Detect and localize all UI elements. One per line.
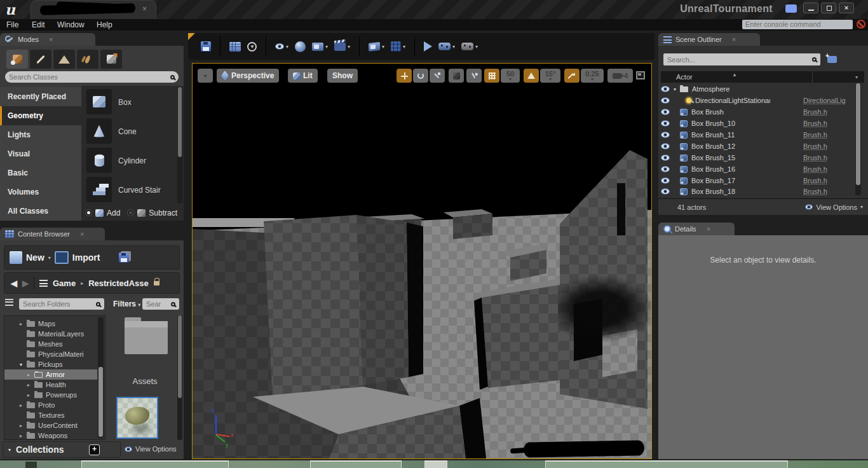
item-curved-stair-tile[interactable] <box>86 177 112 202</box>
build-button[interactable]: ▾ <box>369 43 384 51</box>
camera-mode-button[interactable]: Perspective <box>217 69 279 83</box>
outliner-row-boxbrush12[interactable]: Box Brush_12 Brush.h <box>661 141 854 152</box>
grid-snap-value-button[interactable]: 50▾ <box>501 69 520 83</box>
search-classes-input[interactable]: Search Classes <box>5 71 179 83</box>
subtract-radio[interactable] <box>127 209 134 216</box>
outliner-row-boxbrush10[interactable]: Box Brush_10 Brush.h <box>661 118 854 129</box>
outliner-search-input[interactable]: Search... <box>663 53 820 65</box>
scale-snap-toggle[interactable] <box>564 69 580 83</box>
scene-3d[interactable]: z x y <box>193 88 651 458</box>
actor-type-link[interactable]: Brush.h <box>803 120 827 127</box>
visibility-eye-icon[interactable] <box>661 109 670 115</box>
tree-collapse-icon[interactable] <box>5 299 15 308</box>
save-all-icon[interactable] <box>119 252 129 263</box>
tab-content-browser-close-icon[interactable]: × <box>80 230 84 238</box>
search-folders-input[interactable]: Search Folders <box>19 298 104 310</box>
lock-icon[interactable] <box>154 281 159 286</box>
actor-type-link[interactable]: DirectionalLig <box>803 97 846 104</box>
folder-row-health[interactable]: ▸Health <box>4 380 105 390</box>
outliner-row-boxbrush15[interactable]: Box Brush_15 Brush.h <box>661 152 854 163</box>
sources-toggle-icon[interactable] <box>39 280 48 287</box>
forward-button[interactable]: ▶ <box>22 279 29 288</box>
outliner-row-boxbrush17[interactable]: Box Brush_17 Brush.h <box>661 175 854 186</box>
world-button[interactable] <box>295 41 306 52</box>
visibility-eye-icon[interactable] <box>661 155 670 161</box>
visibility-eye-icon[interactable] <box>661 188 670 195</box>
viewport-options-button[interactable]: ▾ <box>198 69 213 83</box>
outliner-row-atmosphere[interactable]: ▾ Atmosphere <box>661 83 854 95</box>
outliner-row-directionallight[interactable]: DirectionalLightStationary DirectionalLi… <box>661 95 854 106</box>
actor-type-link[interactable]: Brush.h <box>803 177 827 184</box>
content-browser-button[interactable] <box>229 42 241 52</box>
folder-row-proto[interactable]: ▸Proto <box>4 400 105 410</box>
menu-window[interactable]: Window <box>57 20 85 29</box>
folder-row-powerups[interactable]: ▸Powerups <box>4 390 105 400</box>
category-lights[interactable]: Lights <box>0 125 81 144</box>
tab-details-close-icon[interactable]: × <box>707 225 710 233</box>
tree-scrollbar[interactable] <box>98 317 104 438</box>
maximize-viewport-icon[interactable] <box>636 71 645 79</box>
visibility-eye-icon[interactable] <box>661 97 670 104</box>
surface-snap-button[interactable] <box>449 69 464 83</box>
menu-edit[interactable]: Edit <box>32 20 45 29</box>
current-folder-icon[interactable] <box>125 321 168 354</box>
lighting-quality-button[interactable]: ▾ <box>391 41 405 52</box>
tab-modes-close-icon[interactable]: × <box>49 36 53 43</box>
rotation-snap-toggle[interactable] <box>524 69 539 83</box>
tab-close-icon[interactable]: × <box>142 5 147 13</box>
create-folder-icon[interactable] <box>827 56 837 63</box>
visibility-eye-icon[interactable] <box>661 166 670 172</box>
rotation-snap-value-button[interactable]: 15°▾ <box>540 69 560 83</box>
scale-tool-button[interactable] <box>430 69 445 83</box>
settings-button[interactable]: ▾ <box>275 43 288 50</box>
info-column-caret-icon[interactable]: ▾ <box>855 74 858 80</box>
tab-modes[interactable]: Modes × <box>0 33 95 46</box>
tab-details[interactable]: Details × <box>658 223 735 235</box>
item-cone-tile[interactable] <box>86 118 112 144</box>
outliner-row-boxbrush16[interactable]: Box Brush_16 Brush.h <box>661 163 854 175</box>
actor-type-link[interactable]: Brush.h <box>803 188 827 195</box>
feedback-bubble-icon[interactable] <box>785 4 797 13</box>
category-volumes[interactable]: Volumes <box>0 182 81 202</box>
folder-row-textures[interactable]: Textures <box>4 410 105 420</box>
foliage-mode-button[interactable] <box>77 50 98 69</box>
marketplace-button[interactable] <box>247 42 257 52</box>
folder-row-armor[interactable]: ▸Armor <box>4 369 97 380</box>
actor-type-link[interactable]: Brush.h <box>803 131 827 139</box>
actor-type-link[interactable]: Brush.h <box>803 154 827 162</box>
grid-snap-toggle[interactable] <box>484 69 499 83</box>
add-radio[interactable] <box>85 209 92 216</box>
paint-mode-button[interactable] <box>30 50 51 69</box>
item-box-tile[interactable] <box>86 89 112 114</box>
collections-bar[interactable]: ▾ Collections <box>3 441 121 458</box>
view-mode-button[interactable]: Lit <box>288 69 318 83</box>
cinematics-button[interactable]: ▾ <box>334 43 350 51</box>
tab-scene-outliner[interactable]: Scene Outliner × <box>658 33 760 46</box>
scale-snap-value-button[interactable]: 0.25▾ <box>581 69 604 83</box>
blueprints-button[interactable]: ▾ <box>312 43 328 51</box>
folder-row-weapons[interactable]: ▸Weapons <box>4 430 105 440</box>
outliner-scrollbar[interactable] <box>855 83 861 195</box>
rotate-tool-button[interactable] <box>413 69 428 83</box>
close-button[interactable]: × <box>839 3 854 13</box>
minimize-button[interactable] <box>803 3 818 13</box>
category-visual[interactable]: Visual <box>0 144 81 163</box>
folder-row-meshes[interactable]: Meshes <box>4 339 105 349</box>
camera-speed-button[interactable]: 4 <box>607 69 633 83</box>
category-recently-placed[interactable]: Recently Placed <box>0 87 81 106</box>
search-assets-input[interactable]: Sear <box>142 298 179 310</box>
cb-view-options-button[interactable]: View Options <box>125 445 177 453</box>
visibility-eye-icon[interactable] <box>661 120 670 127</box>
menu-file[interactable]: File <box>6 20 18 29</box>
import-button[interactable]: Import <box>72 252 100 263</box>
visibility-eye-icon[interactable] <box>661 143 670 149</box>
level-document-tab[interactable] <box>31 0 156 19</box>
visibility-eye-icon[interactable] <box>661 86 670 92</box>
actor-type-link[interactable]: Brush.h <box>803 165 827 173</box>
category-geometry[interactable]: Geometry <box>0 106 81 125</box>
category-all-classes[interactable]: All Classes <box>0 202 81 221</box>
item-cylinder-tile[interactable] <box>86 148 112 173</box>
translate-tool-button[interactable] <box>397 69 412 83</box>
tab-scene-outliner-close-icon[interactable]: × <box>732 36 736 43</box>
menu-help[interactable]: Help <box>97 20 112 29</box>
